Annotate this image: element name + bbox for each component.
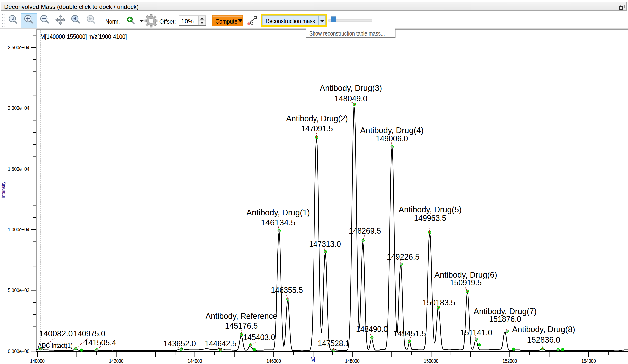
- svg-text:1.000e+04: 1.000e+04: [8, 226, 29, 233]
- svg-text:150183.5: 150183.5: [423, 298, 455, 307]
- svg-text:141505.4: 141505.4: [84, 338, 116, 347]
- svg-text:146000: 146000: [266, 358, 281, 364]
- svg-text:Antibody, Drug(8): Antibody, Drug(8): [512, 324, 575, 334]
- svg-text:2.000e+04: 2.000e+04: [8, 105, 29, 111]
- svg-text:143652.0: 143652.0: [163, 339, 196, 348]
- svg-text:140082.0: 140082.0: [39, 329, 73, 338]
- svg-text:152000: 152000: [503, 358, 517, 364]
- svg-text:145403.0: 145403.0: [243, 332, 275, 342]
- svg-text:150919.5: 150919.5: [450, 278, 482, 287]
- svg-text:Compute: Compute: [215, 18, 237, 25]
- svg-text:149963.5: 149963.5: [414, 213, 446, 223]
- svg-text:144000: 144000: [188, 358, 202, 364]
- svg-text:152836.0: 152836.0: [527, 335, 560, 344]
- svg-text:151141.0: 151141.0: [460, 328, 492, 337]
- svg-text:140975.0: 140975.0: [74, 329, 105, 338]
- svg-text:147091.5: 147091.5: [301, 124, 333, 133]
- svg-text:144642.5: 144642.5: [205, 339, 237, 348]
- svg-text:Intensity: Intensity: [1, 182, 6, 198]
- svg-text:148000: 148000: [345, 358, 360, 364]
- svg-text:Antibody, Reference: Antibody, Reference: [206, 311, 277, 321]
- svg-text:ADC Intact(1): ADC Intact(1): [38, 342, 73, 349]
- svg-text:148490.0: 148490.0: [356, 324, 388, 334]
- svg-text:142000: 142000: [109, 358, 123, 364]
- svg-text:149226.5: 149226.5: [387, 252, 420, 261]
- svg-text:Norm.: Norm.: [105, 18, 120, 25]
- svg-text:Antibody, Drug(2): Antibody, Drug(2): [286, 114, 348, 123]
- svg-text:148049.0: 148049.0: [334, 94, 367, 103]
- svg-text:150000: 150000: [424, 358, 438, 364]
- svg-text:151876.0: 151876.0: [489, 314, 521, 324]
- svg-text:140000: 140000: [30, 358, 45, 364]
- svg-text:0.000e+00: 0.000e+00: [8, 348, 29, 354]
- svg-text:146355.5: 146355.5: [271, 285, 303, 295]
- svg-text:Reconstruction mass: Reconstruction mass: [266, 18, 315, 24]
- svg-text:5.000e+03: 5.000e+03: [8, 287, 29, 293]
- svg-text:Antibody, Drug(5): Antibody, Drug(5): [399, 205, 462, 214]
- svg-text:Antibody, Drug(1): Antibody, Drug(1): [246, 208, 310, 217]
- svg-text:154000: 154000: [581, 358, 596, 364]
- svg-text:Deconvolved Mass (double click: Deconvolved Mass (double click to dock /…: [4, 3, 139, 10]
- svg-text:Offset:: Offset:: [159, 18, 176, 25]
- svg-text:10%: 10%: [181, 18, 194, 25]
- svg-text:146134.5: 146134.5: [261, 218, 296, 227]
- svg-text:M[140000-155000] m/z[1900-4100: M[140000-155000] m/z[1900-4100]: [40, 33, 127, 40]
- svg-text:149006.0: 149006.0: [376, 134, 408, 143]
- svg-text:Show reconstruction table mass: Show reconstruction table mass...: [309, 30, 385, 37]
- svg-text:145176.5: 145176.5: [225, 321, 258, 330]
- svg-text:1.500e+04: 1.500e+04: [8, 166, 29, 172]
- svg-text:147528.1: 147528.1: [318, 338, 350, 348]
- svg-text:M: M: [310, 356, 315, 363]
- svg-text:149451.5: 149451.5: [393, 329, 426, 338]
- svg-text:2.500e+04: 2.500e+04: [8, 44, 29, 51]
- svg-text:147313.0: 147313.0: [309, 239, 341, 249]
- svg-text:148269.5: 148269.5: [349, 226, 381, 235]
- svg-text:Antibody, Drug(3): Antibody, Drug(3): [320, 83, 382, 92]
